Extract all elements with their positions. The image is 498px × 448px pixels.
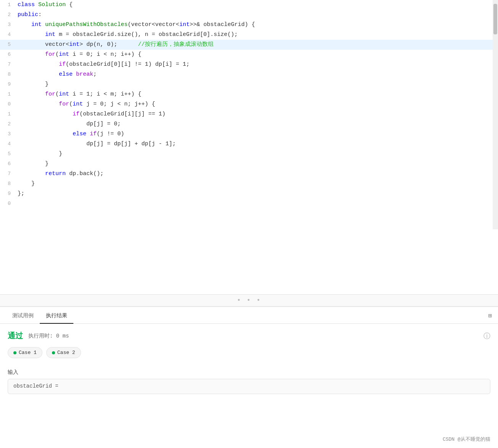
- table-row: 4 dp[j] = dp[j] + dp[j - 1];: [0, 139, 498, 149]
- token: >>& obstacleGrid) {: [190, 21, 255, 28]
- table-row: 8 else break;: [0, 70, 498, 80]
- token: int: [73, 101, 83, 107]
- table-row: 3 int uniquePathsWithObstacles(vector<ve…: [0, 20, 498, 30]
- token: int: [59, 91, 69, 97]
- token: [18, 131, 73, 137]
- table-row: 1class Solution {: [0, 0, 498, 10]
- token: }: [18, 151, 62, 157]
- code-content: }: [16, 159, 498, 169]
- token: }: [18, 180, 35, 187]
- input-label: 输入: [8, 369, 490, 376]
- code-table: 1class Solution {2public:3 int uniquePat…: [0, 0, 498, 209]
- token: :: [38, 11, 42, 18]
- scrollbar[interactable]: [493, 0, 498, 229]
- case-buttons: Case 1Case 2: [8, 347, 490, 358]
- code-content: for(int i = 0; i < n; i++) {: [16, 50, 498, 60]
- line-number: 0: [0, 199, 16, 209]
- code-editor: 1class Solution {2public:3 int uniquePat…: [0, 0, 498, 294]
- line-number: 5: [0, 40, 16, 50]
- token: [42, 21, 45, 28]
- code-content: if(obstacleGrid[0][i] != 1) dp[i] = 1;: [16, 60, 498, 70]
- code-content: dp[j] = 0;: [16, 119, 498, 129]
- table-row: 1 for(int i = 1; i < m; i++) {: [0, 89, 498, 99]
- token: //按行遍历，抽象成滚动数组: [138, 41, 214, 48]
- tab-exec-result[interactable]: 执行结果: [40, 308, 73, 324]
- token: for: [45, 91, 55, 97]
- case-button[interactable]: Case 2: [46, 347, 81, 358]
- code-content: };: [16, 189, 498, 199]
- scrollbar-thumb[interactable]: [493, 4, 497, 34]
- code-content: if(obstacleGrid[i][j] == 1): [16, 109, 498, 119]
- info-icon[interactable]: ⓘ: [483, 331, 490, 341]
- panel-divider[interactable]: • • •: [0, 294, 498, 307]
- token: for: [45, 51, 55, 58]
- code-content: int m = obstacleGrid.size(), n = obstacl…: [16, 30, 498, 40]
- code-content: return dp.back();: [16, 169, 498, 179]
- line-number: 0: [0, 99, 16, 109]
- token: dp.back();: [66, 170, 104, 177]
- table-row: 1 if(obstacleGrid[i][j] == 1): [0, 109, 498, 119]
- tab-test-case[interactable]: 测试用例: [6, 308, 40, 324]
- token: uniquePathsWithObstacles: [45, 21, 128, 28]
- token: [18, 170, 45, 177]
- expand-icon[interactable]: ⊞: [488, 312, 492, 320]
- line-number: 6: [0, 50, 16, 60]
- token: int: [59, 51, 69, 58]
- code-content: dp[j] = dp[j] + dp[j - 1];: [16, 139, 498, 149]
- table-row: 7 return dp.back();: [0, 169, 498, 179]
- line-number: 8: [0, 70, 16, 80]
- token: [18, 51, 45, 58]
- token: [18, 71, 59, 78]
- token: [18, 91, 45, 97]
- token: [18, 111, 73, 117]
- line-number: 8: [0, 179, 16, 189]
- tab-bar: 测试用例 执行结果 ⊞: [0, 307, 498, 324]
- token: (j != 0): [97, 131, 124, 137]
- token: int: [31, 21, 42, 28]
- table-row: 0 for(int j = 0; j < n; j++) {: [0, 99, 498, 109]
- line-number: 1: [0, 89, 16, 99]
- line-number: 7: [0, 60, 16, 70]
- token: else: [73, 131, 86, 137]
- line-number: 3: [0, 20, 16, 30]
- token: break: [76, 71, 93, 78]
- line-number: 9: [0, 189, 16, 199]
- exec-time: 执行用时: 0 ms: [28, 333, 69, 339]
- token: j = 0; j < n; j++) {: [83, 101, 155, 107]
- token: ;: [93, 71, 97, 78]
- line-number: 5: [0, 149, 16, 159]
- table-row: 8 }: [0, 179, 498, 189]
- line-number: 1: [0, 0, 16, 10]
- code-content: }: [16, 80, 498, 89]
- code-content: for(int j = 0; j < n; j++) {: [16, 99, 498, 109]
- token: (obstacleGrid[0][i] != 1) dp[i] = 1;: [66, 61, 190, 68]
- token: m = obstacleGrid.size(), n = obstacleGri…: [55, 31, 238, 38]
- token: [73, 71, 76, 78]
- pass-label: 通过: [8, 331, 23, 341]
- table-row: 6 for(int i = 0; i < n; i++) {: [0, 50, 498, 60]
- input-field[interactable]: obstacleGrid =: [8, 379, 490, 394]
- line-number: 4: [0, 30, 16, 40]
- table-row: 0: [0, 199, 498, 209]
- table-row: 3 else if(j != 0): [0, 129, 498, 139]
- pass-row: 通过 执行用时: 0 ms ⓘ: [8, 331, 490, 341]
- table-row: 7 if(obstacleGrid[0][i] != 1) dp[i] = 1;: [0, 60, 498, 70]
- token: (: [69, 101, 73, 107]
- line-number: 1: [0, 109, 16, 119]
- table-row: 9};: [0, 189, 498, 199]
- token: }: [18, 81, 49, 88]
- table-row: 6 }: [0, 159, 498, 169]
- token: (vector<vector<: [128, 21, 179, 28]
- line-number: 2: [0, 119, 16, 129]
- case-button[interactable]: Case 1: [8, 347, 42, 358]
- token: for: [59, 101, 69, 107]
- token: [86, 131, 90, 137]
- code-content: else if(j != 0): [16, 129, 498, 139]
- code-content: public:: [16, 10, 498, 20]
- table-row: 5 vector<int> dp(n, 0); //按行遍历，抽象成滚动数组: [0, 40, 498, 50]
- token: > dp(n, 0);: [79, 41, 138, 48]
- token: [18, 21, 31, 28]
- token: dp[j] = dp[j] + dp[j - 1];: [18, 141, 176, 147]
- line-number: 4: [0, 139, 16, 149]
- token: (: [55, 51, 59, 58]
